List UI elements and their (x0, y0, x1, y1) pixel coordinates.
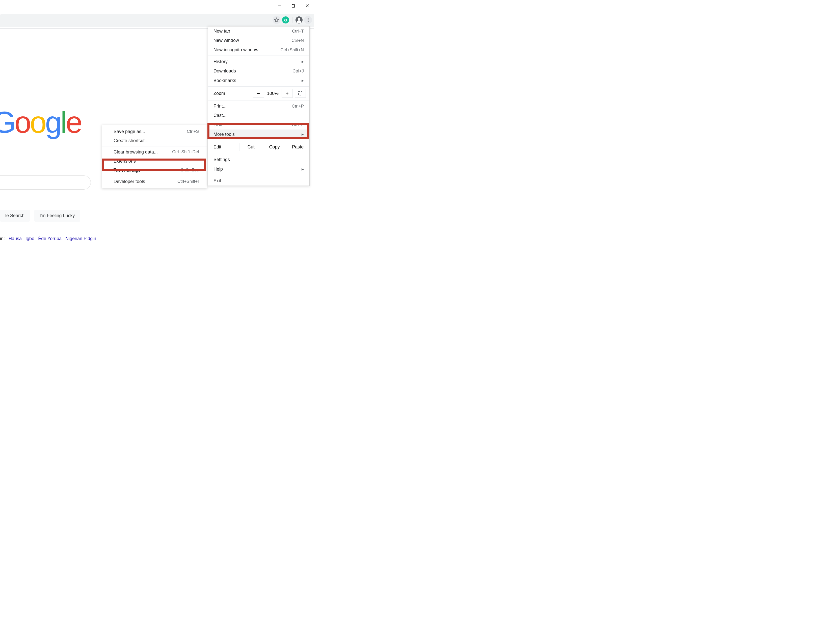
edit-label: Edit (213, 145, 239, 150)
lang-link-pidgin[interactable]: Nigerian Pidgin (65, 236, 96, 241)
menu-item-label: Bookmarks (213, 78, 236, 83)
logo-letter-g: G (0, 105, 15, 139)
chevron-right-icon: ▸ (302, 59, 304, 64)
logo-letter-e: e (66, 105, 81, 139)
lang-link-hausa[interactable]: Hausa (8, 236, 22, 241)
zoom-row: Zoom − 100% + (208, 88, 309, 99)
menu-separator (208, 100, 309, 101)
menu-item-shortcut: Shift+Esc (181, 168, 199, 173)
close-button[interactable] (300, 0, 314, 11)
feeling-lucky-button[interactable]: I'm Feeling Lucky (34, 210, 80, 222)
lang-link-yoruba[interactable]: Èdè Yorùbá (38, 236, 62, 241)
menu-item-label: Extensions (114, 159, 136, 164)
menu-item-label: Print... (213, 104, 227, 109)
zoom-in-button[interactable]: + (282, 89, 293, 98)
find-item[interactable]: Find... Ctrl+F (208, 120, 309, 130)
create-shortcut-item[interactable]: Create shortcut... (102, 136, 207, 145)
menu-item-label: Cast... (213, 113, 227, 118)
minimize-button[interactable] (273, 0, 286, 11)
menu-item-shortcut: Ctrl+J (292, 69, 304, 74)
developer-tools-item[interactable]: Developer tools Ctrl+Shift+I (102, 177, 207, 186)
menu-item-label: More tools (213, 132, 235, 137)
extension-badge: G (282, 16, 289, 23)
svg-rect-2 (292, 5, 294, 7)
menu-separator (208, 175, 309, 175)
profile-button[interactable] (295, 16, 303, 24)
submenu-separator (102, 176, 207, 176)
menu-item-shortcut: Ctrl+Shift+N (280, 47, 304, 52)
maximize-button[interactable] (286, 0, 300, 11)
menu-item-shortcut: Ctrl+F (292, 122, 304, 127)
lang-link-igbo[interactable]: Igbo (26, 236, 34, 241)
menu-item-shortcut: Ctrl+N (291, 38, 304, 43)
menu-item-shortcut: Ctrl+P (292, 104, 304, 109)
fullscreen-button[interactable] (295, 89, 306, 98)
menu-item-label: Create shortcut... (114, 138, 148, 143)
window-controls (273, 0, 314, 11)
menu-item-shortcut: Ctrl+S (187, 129, 199, 134)
kebab-menu-button[interactable] (304, 16, 312, 24)
downloads-item[interactable]: Downloads Ctrl+J (208, 67, 309, 76)
more-tools-submenu: Save page as... Ctrl+S Create shortcut..… (102, 125, 207, 188)
toolbar-divider (292, 17, 292, 23)
chevron-right-icon: ▸ (302, 132, 304, 137)
logo-letter-o1: o (15, 105, 30, 139)
new-incognito-item[interactable]: New incognito window Ctrl+Shift+N (208, 45, 309, 55)
logo-letter-o2: o (30, 105, 45, 139)
google-logo: Google (0, 105, 81, 140)
menu-item-label: Developer tools (114, 179, 145, 184)
extensions-item[interactable]: Extensions (102, 156, 207, 166)
help-item[interactable]: Help ▸ (208, 164, 309, 174)
menu-item-label: New tab (213, 29, 230, 34)
zoom-value: 100% (264, 91, 282, 96)
new-tab-item[interactable]: New tab Ctrl+T (208, 26, 309, 36)
menu-item-label: Find... (213, 122, 226, 127)
cast-item[interactable]: Cast... (208, 111, 309, 120)
chrome-main-menu: New tab Ctrl+T New window Ctrl+N New inc… (208, 26, 310, 186)
zoom-label: Zoom (213, 91, 239, 96)
menu-separator (208, 55, 309, 56)
menu-item-shortcut: Ctrl+Shift+I (177, 179, 199, 184)
menu-item-label: Exit (213, 178, 221, 184)
chevron-right-icon: ▸ (302, 166, 304, 172)
menu-item-label: New incognito window (213, 47, 258, 52)
logo-letter-g2: g (45, 105, 60, 139)
bookmarks-item[interactable]: Bookmarks ▸ (208, 76, 309, 85)
print-item[interactable]: Print... Ctrl+P (208, 101, 309, 111)
browser-toolbar: G (0, 14, 314, 27)
menu-item-label: Save page as... (114, 129, 145, 134)
menu-item-label: Downloads (213, 68, 236, 74)
copy-button[interactable]: Copy (263, 143, 286, 151)
menu-item-label: History (213, 59, 227, 64)
google-search-button[interactable]: le Search (0, 210, 30, 222)
exit-item[interactable]: Exit (208, 176, 309, 185)
submenu-separator (102, 146, 207, 146)
menu-separator (208, 140, 309, 140)
more-tools-item[interactable]: More tools ▸ (208, 130, 309, 139)
menu-item-shortcut: Ctrl+Shift+Del (172, 150, 199, 154)
edit-row: Edit Cut Copy Paste (208, 141, 309, 153)
cut-button[interactable]: Cut (239, 143, 263, 151)
history-item[interactable]: History ▸ (208, 57, 309, 67)
menu-item-label: New window (213, 38, 239, 43)
logo-letter-l: l (60, 105, 66, 139)
profile-avatar-icon (296, 16, 302, 23)
search-box-partial[interactable] (0, 176, 91, 190)
clear-browsing-data-item[interactable]: Clear browsing data... Ctrl+Shift+Del (102, 148, 207, 156)
settings-item[interactable]: Settings (208, 155, 309, 164)
grammarly-extension-icon[interactable]: G (282, 16, 290, 24)
new-window-item[interactable]: New window Ctrl+N (208, 36, 309, 45)
search-buttons: le Search I'm Feeling Lucky (0, 210, 80, 222)
language-offer: in: Hausa Igbo Èdè Yorùbá Nigerian Pidgi… (0, 236, 96, 241)
menu-item-label: Settings (213, 157, 230, 162)
language-prefix: in: (0, 236, 5, 241)
bookmark-star-icon[interactable] (273, 16, 281, 24)
menu-item-label: Task manager (114, 168, 142, 173)
task-manager-item[interactable]: Task manager Shift+Esc (102, 166, 207, 175)
menu-item-label: Help (213, 167, 223, 172)
menu-separator (208, 154, 309, 154)
save-page-as-item[interactable]: Save page as... Ctrl+S (102, 127, 207, 136)
zoom-out-button[interactable]: − (253, 89, 264, 98)
paste-button[interactable]: Paste (286, 143, 309, 151)
menu-item-shortcut: Ctrl+T (292, 29, 304, 34)
